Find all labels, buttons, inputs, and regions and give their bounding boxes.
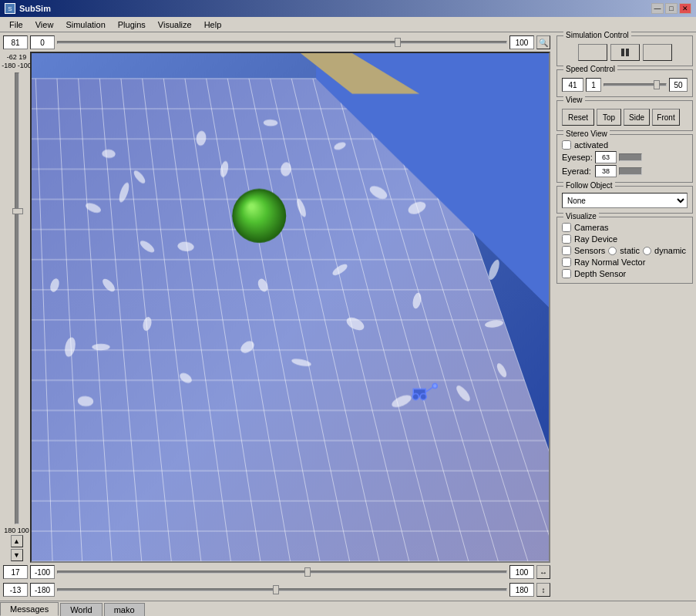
bottom-sliders: 17 -100 100 ↔ -13 -180 180 ↕ (3, 565, 550, 599)
follow-object-title: Follow Object (563, 181, 615, 190)
bottom-slider1-thumb[interactable] (304, 567, 311, 577)
speed-val1: 41 (562, 78, 583, 92)
eyerad-label: Eyerad: (562, 167, 593, 176)
speed-control-title: Speed Control (563, 65, 617, 73)
eyesep-row: Eyesep: 63 (562, 151, 688, 163)
left-slider-panel: -62 19-180 -100 180 100 ▲ ▼ (3, 52, 30, 563)
stereo-view-group: Stereo View activated Eyesep: 63 Eyerad:… (556, 134, 693, 183)
depth-sensor-row: Depth Sensor (562, 269, 688, 278)
view-front-button[interactable]: Front (652, 109, 680, 126)
left-slider-arrows: ▲ ▼ (11, 535, 23, 561)
bottom-area: Messages World mako author: thorsten rue… (0, 601, 696, 616)
arrow-up-button[interactable]: ▲ (11, 535, 23, 547)
simulation-control-title: Simulation Control (563, 31, 631, 39)
speed-control-group: Speed Control 41 1 50 (556, 69, 693, 97)
sim-pause-button[interactable] (610, 44, 640, 61)
app-title: SubSim (19, 4, 650, 13)
right-panel: Simulation Control Speed Control 41 1 (553, 32, 696, 601)
follow-object-group: Follow Object None (556, 186, 693, 214)
ray-normal-checkbox[interactable] (562, 258, 571, 267)
eyesep-val: 63 (595, 151, 617, 163)
left-slider-track[interactable] (15, 72, 19, 525)
left-slider-bot-val: 180 100 (4, 527, 29, 535)
sensors-checkbox[interactable] (562, 246, 571, 255)
left-slider-thumb[interactable] (12, 208, 23, 214)
speed-val3: 50 (669, 78, 688, 92)
view-buttons: Reset Top Side Front (562, 109, 688, 126)
h-expand-button[interactable]: ↔ (536, 565, 550, 579)
viewport-area: 81 0 100 🔍 -62 19-180 -100 180 100 ▲ ▼ (0, 32, 553, 601)
speed-slider-thumb[interactable] (654, 80, 660, 89)
eyesep-slider[interactable] (619, 153, 642, 161)
visualize-group: Visualize Cameras Ray Device Sensors sta… (556, 217, 693, 284)
eyerad-row: Eyerad: 38 (562, 165, 688, 177)
left-slider-top-val: -62 19-180 -100 (2, 53, 32, 70)
eyerad-val: 38 (595, 165, 617, 177)
cameras-row: Cameras (562, 223, 688, 232)
eyerad-slider[interactable] (619, 167, 642, 175)
viewport-with-sliders: -62 19-180 -100 180 100 ▲ ▼ (3, 52, 550, 563)
sensors-static-radio[interactable] (608, 247, 617, 255)
stereo-activated-checkbox[interactable] (562, 140, 571, 150)
stereo-view-title: Stereo View (563, 130, 610, 138)
speed-slider-track[interactable] (604, 83, 667, 86)
sensors-row: Sensors static dynamic (562, 246, 688, 255)
depth-sensor-checkbox[interactable] (562, 269, 571, 278)
menu-view[interactable]: View (29, 19, 60, 31)
menu-plugins[interactable]: Plugins (112, 19, 152, 31)
sensors-dynamic-label: dynamic (654, 246, 686, 255)
bs2-val1: -13 (3, 583, 28, 597)
bottom-slider2-thumb[interactable] (273, 585, 279, 594)
view-top-button[interactable]: Top (597, 109, 621, 126)
bottom-slider2-track[interactable] (57, 588, 507, 591)
view-reset-button[interactable]: Reset (562, 109, 594, 126)
arrow-down-button[interactable]: ▼ (11, 549, 23, 561)
minimize-button[interactable]: — (651, 3, 664, 14)
scene-canvas (32, 53, 549, 561)
cameras-checkbox[interactable] (562, 223, 571, 232)
ray-device-label: Ray Device (574, 234, 617, 244)
speed-val2: 1 (586, 78, 601, 92)
titlebar: S SubSim — □ ✕ (0, 0, 696, 17)
sensors-dynamic-radio[interactable] (643, 247, 651, 255)
tab-world[interactable]: World (60, 603, 103, 616)
visualize-title: Visualize (563, 212, 599, 220)
bs2-val3: 180 (509, 583, 534, 597)
tab-messages[interactable]: Messages (0, 602, 59, 616)
bottom-slider1-track[interactable] (57, 571, 507, 574)
tab-bar: Messages World mako (0, 601, 696, 616)
ray-device-checkbox[interactable] (562, 234, 571, 244)
view-side-button[interactable]: Side (624, 109, 650, 126)
follow-object-select[interactable]: None (562, 193, 688, 208)
sim-btn3[interactable] (643, 44, 672, 61)
top-slider-thumb[interactable] (395, 38, 401, 47)
viewport-canvas[interactable] (30, 52, 550, 563)
eyesep-label: Eyesep: (562, 153, 593, 162)
top-slider-track[interactable] (57, 41, 507, 44)
zoom-button[interactable]: 🔍 (536, 35, 550, 49)
tab-mako[interactable]: mako (104, 603, 145, 616)
top-slider-val3: 100 (509, 35, 534, 49)
top-slider-bar: 81 0 100 🔍 (3, 35, 550, 49)
menu-help[interactable]: Help (198, 19, 228, 31)
app-icon: S (5, 3, 15, 14)
bs1-val3: 100 (509, 565, 534, 579)
menu-file[interactable]: File (3, 19, 29, 31)
maximize-button[interactable]: □ (665, 3, 678, 14)
depth-sensor-label: Depth Sensor (574, 269, 626, 278)
close-button[interactable]: ✕ (679, 3, 691, 14)
stereo-activated-row: activated (562, 140, 688, 150)
menu-visualize[interactable]: Visualize (152, 19, 198, 31)
speed-row: 41 1 50 (562, 78, 688, 92)
sim-btn1[interactable] (578, 44, 607, 61)
ray-normal-label: Ray Normal Vector (574, 258, 645, 267)
ray-device-row: Ray Device (562, 234, 688, 244)
top-slider-val2: 0 (30, 35, 55, 49)
sensors-label: Sensors (574, 246, 605, 255)
v-expand-button[interactable]: ↕ (536, 583, 550, 597)
bs1-val1: 17 (3, 565, 28, 579)
bottom-slider1: 17 -100 100 ↔ (3, 565, 550, 579)
menubar: File View Simulation Plugins Visualize H… (0, 17, 696, 32)
menu-simulation[interactable]: Simulation (59, 19, 111, 31)
top-slider-val1: 81 (3, 35, 28, 49)
